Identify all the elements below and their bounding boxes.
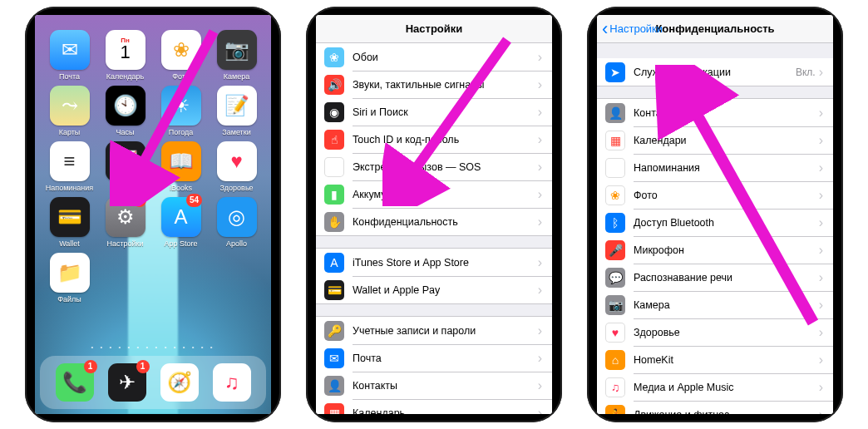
- row-движение-и-фитнес[interactable]: 🏃Движение и фитнес›: [597, 401, 833, 414]
- app-icon: ◎: [217, 197, 257, 237]
- chevron-right-icon: ›: [538, 160, 542, 175]
- row-экстренный-вызов-sos[interactable]: SOSЭкстренный вызов — SOS›: [316, 153, 552, 180]
- row-touch-id-и-код-пароль[interactable]: ☝︎Touch ID и код-пароль›: [316, 126, 552, 153]
- row-label: Календарь: [353, 407, 538, 415]
- row-распознавание-речи[interactable]: 💬Распознавание речи›: [597, 264, 833, 291]
- row-календарь[interactable]: ▦Календарь›: [316, 399, 552, 414]
- app-label: iBooks: [170, 184, 192, 192]
- app-файлы[interactable]: 📁Файлы: [43, 253, 96, 303]
- row-контакты[interactable]: 👤Контакты›: [597, 99, 833, 126]
- app-почта[interactable]: ✉︎Почта: [43, 30, 96, 81]
- row-доступ-bluetooth[interactable]: ᛒДоступ Bluetooth›: [597, 209, 833, 236]
- app-напоминания[interactable]: ≡Напоминания: [43, 141, 96, 192]
- row-icon: 💬: [605, 268, 625, 288]
- app-label: Камера: [224, 72, 249, 81]
- row-службы-геолокации[interactable]: ➤Службы геолокацииВкл.›: [597, 58, 833, 86]
- dock-music[interactable]: ♫: [213, 363, 251, 402]
- row-label: Медиа и Apple Music: [634, 382, 819, 393]
- app-icon: ≡: [50, 141, 90, 181]
- privacy-group: 👤Контакты›▦Календари›≡Напоминания›❀Фото›…: [597, 98, 833, 414]
- row-камера[interactable]: 📷Камера›: [597, 291, 833, 318]
- badge: 1: [133, 194, 146, 207]
- row-label: Экстренный вызов — SOS: [353, 161, 538, 173]
- app-app store[interactable]: A54App Store: [155, 197, 207, 248]
- row-icon: ➤: [605, 62, 625, 82]
- home-screen: ✉︎ПочтаПн1Календарь❀Фото📷Камера⤳Карты🕙Ча…: [35, 15, 271, 414]
- app-label: Настройки: [106, 239, 143, 248]
- row-label: Wallet и Apple Pay: [353, 284, 538, 296]
- phone-privacy: Настройки Конфиденциальность ➤Службы гео…: [587, 7, 843, 422]
- row-почта[interactable]: ✉︎Почта›: [316, 344, 552, 372]
- row-календари[interactable]: ▦Календари›: [597, 126, 833, 154]
- app-погода[interactable]: ☀︎Погода: [155, 86, 207, 136]
- chevron-right-icon: ›: [538, 406, 542, 415]
- row-микрофон[interactable]: 🎤Микрофон›: [597, 236, 833, 264]
- chevron-right-icon: ›: [819, 106, 823, 121]
- settings-group: 🔑Учетные записи и пароли›✉︎Почта›👤Контак…: [316, 316, 552, 414]
- row-siri-и-поиск[interactable]: ◉Siri и Поиск›: [316, 98, 552, 126]
- row-icon: ♫: [605, 377, 625, 397]
- row-медиа-и-apple-music[interactable]: ♫Медиа и Apple Music›: [597, 373, 833, 401]
- app-icon: 💳: [50, 197, 90, 237]
- badge: 54: [186, 194, 202, 207]
- row-конфиденциальность[interactable]: ✋Конфиденциальность›: [316, 208, 552, 235]
- app-часы[interactable]: 🕙Часы: [99, 86, 151, 136]
- row-icon: ⌂: [605, 350, 625, 370]
- row-учетные-записи-и-пароли[interactable]: 🔑Учетные записи и пароли›: [316, 317, 552, 344]
- row-icon: ☝︎: [324, 130, 344, 150]
- chevron-right-icon: ›: [819, 353, 823, 367]
- chevron-right-icon: ›: [819, 133, 823, 148]
- app-здоровье[interactable]: ♥Здоровье: [210, 141, 263, 192]
- chevron-right-icon: ›: [819, 188, 823, 203]
- row-label: Touch ID и код-пароль: [353, 134, 538, 145]
- app-настройки[interactable]: ⚙︎1Настройки: [99, 197, 151, 248]
- phone-settings: Настройки ❀Обои›🔊Звуки, тактильные сигна…: [306, 7, 562, 422]
- row-label: Службы геолокации: [634, 67, 796, 78]
- app-label: Календарь: [106, 72, 144, 81]
- row-label: Учетные записи и пароли: [353, 325, 538, 337]
- row-homekit[interactable]: ⌂HomeKit›: [597, 346, 833, 373]
- app-акции[interactable]: 📈Акции: [99, 141, 151, 192]
- row-icon: ✉︎: [324, 348, 344, 368]
- app-камера[interactable]: 📷Камера: [210, 30, 263, 81]
- app-wallet[interactable]: 💳Wallet: [43, 197, 96, 248]
- dock-safari[interactable]: 🧭: [160, 363, 199, 402]
- navbar: Настройки: [316, 15, 552, 43]
- app-icon: 📷: [217, 30, 257, 70]
- row-обои[interactable]: ❀Обои›: [316, 43, 552, 71]
- app-заметки[interactable]: 📝Заметки: [210, 86, 263, 136]
- row-label: Микрофон: [634, 244, 819, 256]
- settings-group: ❀Обои›🔊Звуки, тактильные сигналы›◉Siri и…: [316, 43, 552, 236]
- chevron-right-icon: ›: [538, 50, 542, 65]
- row-wallet-и-apple-pay[interactable]: 💳Wallet и Apple Pay›: [316, 276, 552, 303]
- row-label: Конфиденциальность: [353, 216, 538, 228]
- app-apollo[interactable]: ◎Apollo: [210, 197, 263, 248]
- row-фото[interactable]: ❀Фото›: [597, 181, 833, 209]
- app-календарь[interactable]: Пн1Календарь: [99, 30, 151, 81]
- row-звуки-тактильные-сигналы[interactable]: 🔊Звуки, тактильные сигналы›: [316, 71, 552, 98]
- app-label: Часы: [116, 128, 135, 136]
- row-label: Siri и Поиск: [353, 106, 538, 118]
- row-icon: ❀: [324, 47, 344, 67]
- row-icon: ❀: [605, 185, 625, 205]
- settings-list: ❀Обои›🔊Звуки, тактильные сигналы›◉Siri и…: [316, 43, 552, 414]
- row-контакты[interactable]: 👤Контакты›: [316, 372, 552, 399]
- row-itunes-store-и-app-store[interactable]: AiTunes Store и App Store›: [316, 249, 552, 276]
- app-карты[interactable]: ⤳Карты: [43, 86, 96, 136]
- row-аккумулятор[interactable]: ▮Аккумулятор›: [316, 180, 552, 208]
- dock-phone[interactable]: 📞1: [56, 363, 94, 402]
- chevron-right-icon: ›: [819, 270, 823, 285]
- row-icon: ✋: [324, 212, 344, 232]
- row-напоминания[interactable]: ≡Напоминания›: [597, 154, 833, 181]
- row-label: Контакты: [353, 380, 538, 392]
- row-icon: ᛒ: [605, 213, 625, 233]
- back-button[interactable]: Настройки: [602, 15, 663, 42]
- app-фото[interactable]: ❀Фото: [155, 30, 207, 81]
- row-здоровье[interactable]: ♥Здоровье›: [597, 318, 833, 346]
- dock-telegram[interactable]: ✈︎1: [108, 363, 146, 402]
- app-icon: ☀︎: [161, 86, 201, 126]
- row-icon: 🔑: [324, 321, 344, 341]
- app-ibooks[interactable]: 📖iBooks: [155, 141, 207, 192]
- app-icon: 🕙: [106, 86, 145, 126]
- app-label: Фото: [172, 72, 190, 81]
